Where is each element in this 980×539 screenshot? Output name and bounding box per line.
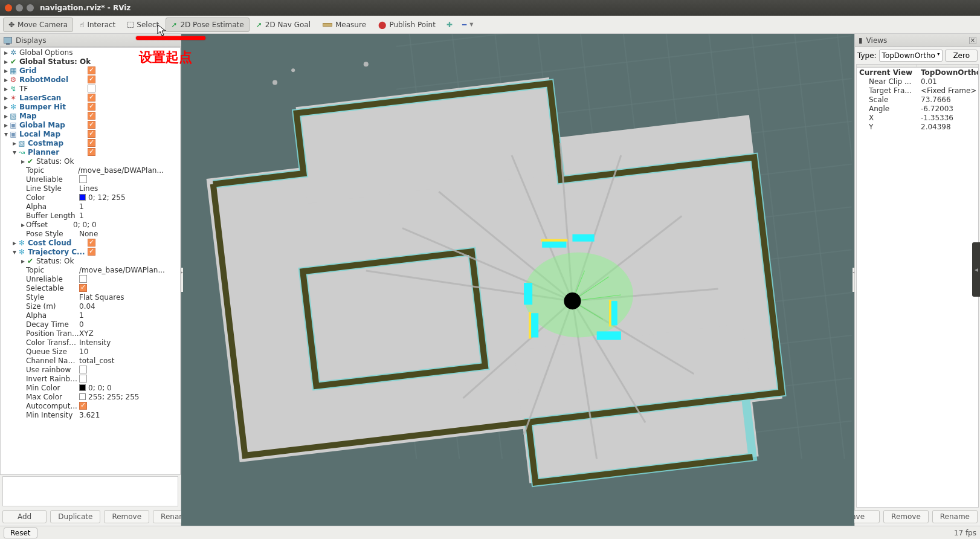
view-prop-val[interactable]: -1.35336 <box>917 114 978 122</box>
checkbox[interactable] <box>88 148 95 156</box>
checkbox[interactable] <box>79 275 87 283</box>
checkbox[interactable] <box>88 248 95 256</box>
property-value[interactable]: 10 <box>79 347 180 356</box>
property-key: Invert Rainbow <box>26 375 79 383</box>
displays-tree[interactable]: ▸✲Global Options ▸✔Global Status: Ok ▸▦G… <box>0 47 181 475</box>
nav-goal-button[interactable]: ➚ 2D Nav Goal <box>251 18 316 32</box>
tree-item[interactable]: TF <box>19 85 28 93</box>
grid-icon: ▦ <box>9 67 18 74</box>
color-swatch[interactable] <box>79 194 86 201</box>
property-value[interactable]: 1 <box>79 211 180 220</box>
checkbox[interactable] <box>88 239 95 247</box>
collapse-handle[interactable]: ◂ <box>972 242 980 297</box>
tree-item[interactable]: Global Map <box>19 121 65 129</box>
tree-item[interactable]: Status: Ok <box>36 157 74 166</box>
property-value[interactable]: /move_base/DWAPlan... <box>79 266 180 274</box>
split-handle-right[interactable]: ◂ <box>853 268 854 292</box>
svg-rect-30 <box>530 313 538 337</box>
checkbox[interactable] <box>79 402 87 410</box>
move-camera-icon: ✥ <box>8 21 15 29</box>
viewport[interactable]: ▸ ◂ <box>181 34 854 526</box>
close-icon[interactable]: × <box>969 37 976 44</box>
property-value[interactable]: 0 <box>79 320 180 329</box>
property-value[interactable]: Intensity <box>79 338 180 347</box>
checkbox[interactable] <box>88 139 95 147</box>
property-key: Size (m) <box>26 302 79 311</box>
property-value[interactable]: None <box>79 230 180 238</box>
color-swatch[interactable] <box>79 393 86 400</box>
property-value[interactable]: 0; 12; 255 <box>88 193 180 202</box>
property-value[interactable]: /move_base/DWAPlan... <box>78 166 180 175</box>
tree-item[interactable]: Trajectory C... <box>28 248 85 256</box>
checkbox[interactable] <box>88 112 95 120</box>
property-value[interactable]: Lines <box>79 184 180 193</box>
property-value[interactable]: 0.04 <box>79 302 180 311</box>
path-icon: ↝ <box>18 149 26 156</box>
checkbox[interactable] <box>79 175 87 183</box>
property-value[interactable]: 0; 0; 0 <box>88 384 180 392</box>
checkbox[interactable] <box>88 103 95 111</box>
current-view-key[interactable]: Current View <box>857 68 917 77</box>
remove-button[interactable]: Remove <box>883 510 929 523</box>
view-type-select[interactable]: TopDownOrtho ▾ <box>879 50 943 62</box>
rename-button[interactable]: Rename <box>932 510 978 523</box>
view-prop-val[interactable]: <Fixed Frame> <box>917 86 978 95</box>
tree-item[interactable]: Map <box>19 112 37 120</box>
reset-button[interactable]: Reset <box>4 528 37 538</box>
minus-button[interactable]: ━ ▼ <box>458 18 477 32</box>
tree-item[interactable]: Global Status: Ok <box>19 57 91 66</box>
plus-button[interactable]: ✚ <box>442 18 457 32</box>
remove-button[interactable]: Remove <box>104 510 149 523</box>
close-icon[interactable] <box>5 4 12 11</box>
property-value[interactable]: 1 <box>79 311 180 320</box>
tree-item[interactable]: LaserScan <box>19 94 61 102</box>
property-value[interactable]: total_cost <box>79 357 180 365</box>
publish-point-button[interactable]: ⬤ Publish Point <box>373 18 441 32</box>
tree-item[interactable]: Grid <box>19 66 36 75</box>
robot-icon: ⚙ <box>9 76 18 83</box>
property-value[interactable]: 255; 255; 255 <box>88 393 180 401</box>
checkbox[interactable] <box>88 94 95 102</box>
view-prop-val[interactable]: 73.7666 <box>917 95 978 104</box>
property-value[interactable]: 3.621 <box>79 411 180 419</box>
displays-title: Displays <box>16 36 46 45</box>
measure-button[interactable]: Measure <box>317 18 372 32</box>
checkbox[interactable] <box>79 284 87 292</box>
property-value[interactable]: Flat Squares <box>79 293 180 302</box>
duplicate-button[interactable]: Duplicate <box>50 510 100 523</box>
views-table[interactable]: Current ViewTopDownOrtho ... Near Clip .… <box>856 64 979 508</box>
views-header[interactable]: ▮ Views × <box>855 34 980 47</box>
tree-item[interactable]: Global Options <box>19 48 73 57</box>
tree-item[interactable]: Planner <box>28 148 59 157</box>
minimize-icon[interactable] <box>16 4 23 11</box>
select-button[interactable]: Select <box>122 18 164 32</box>
move-camera-button[interactable]: ✥ Move Camera <box>3 18 73 32</box>
color-swatch[interactable] <box>79 384 86 391</box>
checkbox[interactable] <box>79 366 87 373</box>
view-prop-val[interactable]: 0.01 <box>917 77 978 86</box>
property-key: Topic <box>26 266 79 274</box>
property-value[interactable]: XYZ <box>79 329 180 338</box>
tree-item[interactable]: Costmap <box>28 139 63 147</box>
tree-item[interactable]: Cost Cloud <box>28 239 71 247</box>
tree-item[interactable]: Status: Ok <box>36 257 74 265</box>
checkbox[interactable] <box>88 130 95 138</box>
property-value[interactable]: 1 <box>79 202 180 211</box>
interact-button[interactable]: ☝ Interact <box>74 18 121 32</box>
view-prop-val[interactable]: -6.72003 <box>917 105 978 113</box>
checkbox[interactable] <box>79 375 87 382</box>
checkbox[interactable] <box>88 66 95 74</box>
pose-estimate-button[interactable]: ➚ 2D Pose Estimate <box>166 18 249 32</box>
zero-button[interactable]: Zero <box>945 50 978 62</box>
checkbox[interactable] <box>88 76 95 83</box>
tree-item[interactable]: RobotModel <box>19 76 68 84</box>
tree-item[interactable]: Bumper Hit <box>19 103 66 111</box>
split-handle-left[interactable]: ▸ <box>181 268 183 292</box>
property-value[interactable]: 0; 0; 0 <box>73 221 180 229</box>
checkbox[interactable] <box>88 121 95 129</box>
add-button[interactable]: Add <box>2 510 47 523</box>
view-prop-val[interactable]: 2.04398 <box>917 123 978 131</box>
tree-item[interactable]: Local Map <box>19 130 60 138</box>
checkbox[interactable] <box>88 85 95 92</box>
maximize-icon[interactable] <box>27 4 34 11</box>
